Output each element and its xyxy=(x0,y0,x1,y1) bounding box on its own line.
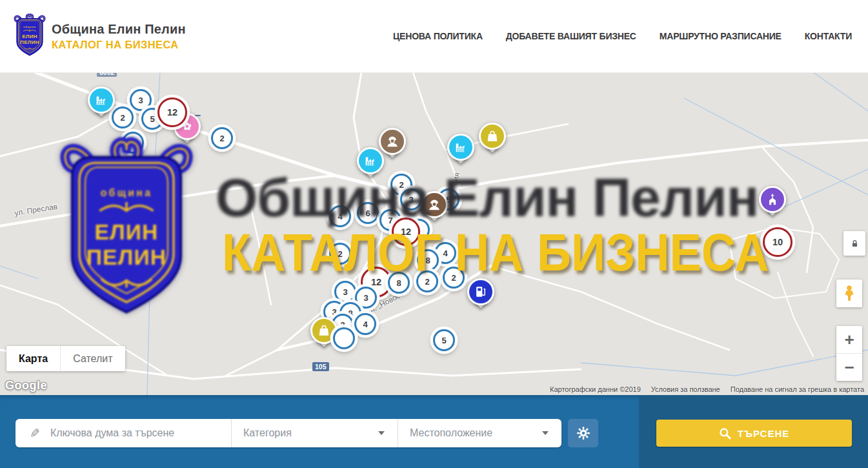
site-title: Община Елин Пелин xyxy=(52,22,186,37)
cluster-marker[interactable] xyxy=(122,132,144,154)
site-subtitle: КАТАЛОГ НА БИЗНЕСА xyxy=(52,39,186,51)
cluster-marker[interactable]: 10 xyxy=(763,227,792,257)
google-map[interactable]: ул. Преславбул. „Новоселция 6002105 3251… xyxy=(0,72,868,395)
factory-icon xyxy=(88,86,115,114)
site-logo[interactable]: община ЕЛИН ПЕЛИН Община Елин Пелин КАТА… xyxy=(13,14,186,59)
google-logo[interactable]: Google xyxy=(5,379,47,392)
factory-icon xyxy=(357,147,384,174)
nav-add-business[interactable]: ДОБАВЕТЕ ВАШИЯТ БИЗНЕС xyxy=(506,31,636,41)
cluster-marker[interactable]: 3 xyxy=(334,281,356,303)
keyword-input[interactable] xyxy=(49,427,222,440)
bag-icon xyxy=(479,123,506,150)
search-bar: ✎ Категория Местоположение xyxy=(0,395,868,468)
municipality-crest-icon: община ЕЛИН ПЕЛИН xyxy=(13,14,46,59)
cluster-marker[interactable]: 8 xyxy=(417,249,439,271)
cluster-marker[interactable]: 2 xyxy=(329,243,351,265)
map-type-map-button[interactable]: Карта xyxy=(6,346,60,371)
cluster-marker[interactable]: 12 xyxy=(157,97,187,127)
category-pin-factory[interactable] xyxy=(357,147,384,174)
location-select[interactable]: Местоположение xyxy=(398,419,561,447)
zoom-out-button[interactable]: − xyxy=(836,353,862,381)
map-type-control: Карта Сателит xyxy=(6,346,125,371)
map-type-satellite-button[interactable]: Сателит xyxy=(60,346,125,371)
svg-text:община: община xyxy=(23,26,35,28)
worker-icon xyxy=(421,191,448,218)
nav-pricing[interactable]: ЦЕНОВА ПОЛИТИКА xyxy=(393,31,483,41)
category-pin-church[interactable] xyxy=(759,186,786,213)
category-value: Категория xyxy=(243,427,292,439)
attribution-copyright: Картографски данни ©2019 xyxy=(550,385,641,393)
svg-text:ЕЛИН: ЕЛИН xyxy=(22,34,37,39)
keyword-field[interactable]: ✎ xyxy=(15,419,231,447)
pencil-icon: ✎ xyxy=(30,426,40,441)
street-view-pegman[interactable] xyxy=(836,280,862,307)
cluster-marker[interactable]: 4 xyxy=(329,205,351,227)
svg-text:ПЕЛИН: ПЕЛИН xyxy=(20,39,39,45)
nav-bus-schedule[interactable]: МАРШРУТНО РАЗПИСАНИЕ xyxy=(660,31,782,41)
zoom-control: + − xyxy=(836,326,862,381)
cluster-marker[interactable]: 2 xyxy=(416,270,438,292)
lock-button[interactable] xyxy=(843,231,865,256)
lock-icon xyxy=(849,238,860,249)
chevron-down-icon xyxy=(542,431,549,435)
gear-icon xyxy=(576,425,591,441)
main-nav: ЦЕНОВА ПОЛИТИКА ДОБАВЕТЕ ВАШИЯТ БИЗНЕС М… xyxy=(393,0,852,72)
category-pin-factory[interactable] xyxy=(447,134,474,161)
search-button-panel: ТЪРСЕНЕ xyxy=(639,395,868,468)
nav-contacts[interactable]: КОНТАКТИ xyxy=(805,31,852,41)
report-error-link[interactable]: Подаване на сигнал за грешка в картата xyxy=(731,385,864,393)
markers-layer: 32512223564751210428221283338345 xyxy=(0,72,868,395)
zoom-in-button[interactable]: + xyxy=(836,326,862,353)
category-pin-bag[interactable] xyxy=(479,123,506,150)
search-button[interactable]: ТЪРСЕНЕ xyxy=(656,420,852,447)
map-attribution: Картографски данни ©2019 Условия за полз… xyxy=(550,385,864,393)
cluster-marker[interactable] xyxy=(333,327,355,349)
church-icon xyxy=(759,186,786,213)
cluster-marker[interactable]: 3 xyxy=(400,188,422,210)
cluster-marker[interactable]: 2 xyxy=(112,107,134,128)
chevron-down-icon xyxy=(378,431,385,435)
advanced-settings-button[interactable] xyxy=(568,419,598,447)
cluster-marker[interactable]: 5 xyxy=(433,329,455,351)
search-fields: ✎ Категория Местоположение xyxy=(15,419,561,447)
location-value: Местоположение xyxy=(410,427,492,439)
terms-link[interactable]: Условия за ползване xyxy=(651,385,720,393)
category-pin-factory[interactable] xyxy=(88,86,115,114)
category-pin-fuel[interactable] xyxy=(467,278,494,305)
cluster-marker[interactable]: 4 xyxy=(354,313,376,335)
cluster-marker[interactable]: 6 xyxy=(357,202,379,224)
cluster-marker[interactable]: 8 xyxy=(388,272,410,294)
fuel-icon xyxy=(467,278,494,305)
cluster-marker[interactable]: 2 xyxy=(443,267,465,289)
cluster-marker[interactable]: 2 xyxy=(211,127,233,149)
search-icon xyxy=(719,427,731,440)
header: община ЕЛИН ПЕЛИН Община Елин Пелин КАТА… xyxy=(0,0,868,73)
pegman-icon xyxy=(842,284,857,303)
cluster-marker[interactable]: 12 xyxy=(392,218,420,246)
category-pin-worker[interactable] xyxy=(421,191,448,218)
factory-icon xyxy=(447,134,474,161)
category-select[interactable]: Категория xyxy=(231,419,398,447)
